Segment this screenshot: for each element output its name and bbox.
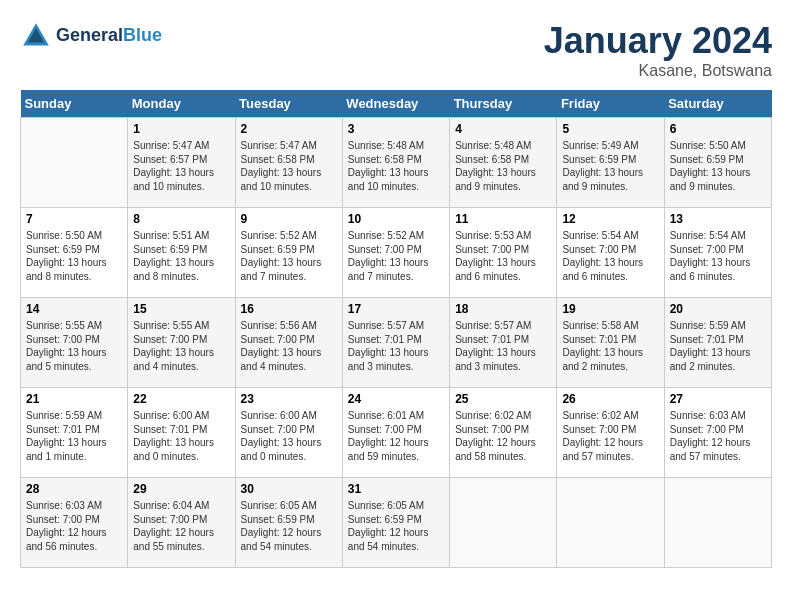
calendar-cell: 28Sunrise: 6:03 AM Sunset: 7:00 PM Dayli… — [21, 478, 128, 568]
day-info: Sunrise: 5:55 AM Sunset: 7:00 PM Dayligh… — [133, 319, 229, 373]
calendar-cell: 2Sunrise: 5:47 AM Sunset: 6:58 PM Daylig… — [235, 118, 342, 208]
calendar-cell: 19Sunrise: 5:58 AM Sunset: 7:01 PM Dayli… — [557, 298, 664, 388]
calendar-cell: 17Sunrise: 5:57 AM Sunset: 7:01 PM Dayli… — [342, 298, 449, 388]
calendar-table: SundayMondayTuesdayWednesdayThursdayFrid… — [20, 90, 772, 568]
weekday-header-saturday: Saturday — [664, 90, 771, 118]
day-number: 5 — [562, 122, 658, 136]
page-header: GeneralBlue January 2024 Kasane, Botswan… — [20, 20, 772, 80]
day-info: Sunrise: 5:51 AM Sunset: 6:59 PM Dayligh… — [133, 229, 229, 283]
day-info: Sunrise: 5:59 AM Sunset: 7:01 PM Dayligh… — [26, 409, 122, 463]
day-info: Sunrise: 5:49 AM Sunset: 6:59 PM Dayligh… — [562, 139, 658, 193]
calendar-body: 1Sunrise: 5:47 AM Sunset: 6:57 PM Daylig… — [21, 118, 772, 568]
day-info: Sunrise: 5:53 AM Sunset: 7:00 PM Dayligh… — [455, 229, 551, 283]
calendar-header: SundayMondayTuesdayWednesdayThursdayFrid… — [21, 90, 772, 118]
day-number: 16 — [241, 302, 337, 316]
calendar-cell: 27Sunrise: 6:03 AM Sunset: 7:00 PM Dayli… — [664, 388, 771, 478]
calendar-week-3: 14Sunrise: 5:55 AM Sunset: 7:00 PM Dayli… — [21, 298, 772, 388]
calendar-week-5: 28Sunrise: 6:03 AM Sunset: 7:00 PM Dayli… — [21, 478, 772, 568]
day-info: Sunrise: 5:47 AM Sunset: 6:57 PM Dayligh… — [133, 139, 229, 193]
weekday-header-wednesday: Wednesday — [342, 90, 449, 118]
day-info: Sunrise: 5:55 AM Sunset: 7:00 PM Dayligh… — [26, 319, 122, 373]
day-number: 6 — [670, 122, 766, 136]
day-number: 4 — [455, 122, 551, 136]
calendar-cell — [21, 118, 128, 208]
day-number: 26 — [562, 392, 658, 406]
calendar-cell: 5Sunrise: 5:49 AM Sunset: 6:59 PM Daylig… — [557, 118, 664, 208]
logo-icon — [20, 20, 52, 52]
day-number: 25 — [455, 392, 551, 406]
weekday-header-tuesday: Tuesday — [235, 90, 342, 118]
day-info: Sunrise: 5:57 AM Sunset: 7:01 PM Dayligh… — [348, 319, 444, 373]
day-info: Sunrise: 6:05 AM Sunset: 6:59 PM Dayligh… — [241, 499, 337, 553]
calendar-cell: 15Sunrise: 5:55 AM Sunset: 7:00 PM Dayli… — [128, 298, 235, 388]
calendar-cell: 25Sunrise: 6:02 AM Sunset: 7:00 PM Dayli… — [450, 388, 557, 478]
calendar-cell: 31Sunrise: 6:05 AM Sunset: 6:59 PM Dayli… — [342, 478, 449, 568]
day-number: 15 — [133, 302, 229, 316]
day-info: Sunrise: 5:52 AM Sunset: 6:59 PM Dayligh… — [241, 229, 337, 283]
day-number: 11 — [455, 212, 551, 226]
logo-text: GeneralBlue — [56, 26, 162, 46]
day-number: 22 — [133, 392, 229, 406]
day-number: 19 — [562, 302, 658, 316]
day-info: Sunrise: 6:04 AM Sunset: 7:00 PM Dayligh… — [133, 499, 229, 553]
day-info: Sunrise: 5:57 AM Sunset: 7:01 PM Dayligh… — [455, 319, 551, 373]
day-number: 20 — [670, 302, 766, 316]
weekday-header-thursday: Thursday — [450, 90, 557, 118]
calendar-cell: 14Sunrise: 5:55 AM Sunset: 7:00 PM Dayli… — [21, 298, 128, 388]
calendar-cell — [450, 478, 557, 568]
day-info: Sunrise: 5:48 AM Sunset: 6:58 PM Dayligh… — [455, 139, 551, 193]
day-number: 17 — [348, 302, 444, 316]
calendar-cell: 26Sunrise: 6:02 AM Sunset: 7:00 PM Dayli… — [557, 388, 664, 478]
day-info: Sunrise: 6:05 AM Sunset: 6:59 PM Dayligh… — [348, 499, 444, 553]
day-info: Sunrise: 5:48 AM Sunset: 6:58 PM Dayligh… — [348, 139, 444, 193]
calendar-cell: 20Sunrise: 5:59 AM Sunset: 7:01 PM Dayli… — [664, 298, 771, 388]
calendar-cell: 13Sunrise: 5:54 AM Sunset: 7:00 PM Dayli… — [664, 208, 771, 298]
calendar-week-4: 21Sunrise: 5:59 AM Sunset: 7:01 PM Dayli… — [21, 388, 772, 478]
day-info: Sunrise: 6:01 AM Sunset: 7:00 PM Dayligh… — [348, 409, 444, 463]
day-number: 27 — [670, 392, 766, 406]
day-info: Sunrise: 5:58 AM Sunset: 7:01 PM Dayligh… — [562, 319, 658, 373]
day-info: Sunrise: 5:52 AM Sunset: 7:00 PM Dayligh… — [348, 229, 444, 283]
day-info: Sunrise: 5:50 AM Sunset: 6:59 PM Dayligh… — [26, 229, 122, 283]
calendar-cell: 10Sunrise: 5:52 AM Sunset: 7:00 PM Dayli… — [342, 208, 449, 298]
day-info: Sunrise: 6:00 AM Sunset: 7:00 PM Dayligh… — [241, 409, 337, 463]
day-number: 28 — [26, 482, 122, 496]
day-number: 18 — [455, 302, 551, 316]
day-number: 30 — [241, 482, 337, 496]
day-number: 9 — [241, 212, 337, 226]
day-info: Sunrise: 6:02 AM Sunset: 7:00 PM Dayligh… — [562, 409, 658, 463]
calendar-cell: 11Sunrise: 5:53 AM Sunset: 7:00 PM Dayli… — [450, 208, 557, 298]
calendar-cell: 30Sunrise: 6:05 AM Sunset: 6:59 PM Dayli… — [235, 478, 342, 568]
day-info: Sunrise: 6:00 AM Sunset: 7:01 PM Dayligh… — [133, 409, 229, 463]
day-number: 14 — [26, 302, 122, 316]
day-number: 31 — [348, 482, 444, 496]
day-info: Sunrise: 5:54 AM Sunset: 7:00 PM Dayligh… — [670, 229, 766, 283]
calendar-week-2: 7Sunrise: 5:50 AM Sunset: 6:59 PM Daylig… — [21, 208, 772, 298]
location: Kasane, Botswana — [544, 62, 772, 80]
calendar-cell: 22Sunrise: 6:00 AM Sunset: 7:01 PM Dayli… — [128, 388, 235, 478]
weekday-header-friday: Friday — [557, 90, 664, 118]
day-info: Sunrise: 6:03 AM Sunset: 7:00 PM Dayligh… — [26, 499, 122, 553]
calendar-cell: 7Sunrise: 5:50 AM Sunset: 6:59 PM Daylig… — [21, 208, 128, 298]
calendar-cell: 21Sunrise: 5:59 AM Sunset: 7:01 PM Dayli… — [21, 388, 128, 478]
day-info: Sunrise: 6:03 AM Sunset: 7:00 PM Dayligh… — [670, 409, 766, 463]
calendar-cell: 6Sunrise: 5:50 AM Sunset: 6:59 PM Daylig… — [664, 118, 771, 208]
weekday-header-row: SundayMondayTuesdayWednesdayThursdayFrid… — [21, 90, 772, 118]
calendar-cell: 4Sunrise: 5:48 AM Sunset: 6:58 PM Daylig… — [450, 118, 557, 208]
calendar-cell: 1Sunrise: 5:47 AM Sunset: 6:57 PM Daylig… — [128, 118, 235, 208]
day-number: 23 — [241, 392, 337, 406]
day-number: 1 — [133, 122, 229, 136]
day-number: 10 — [348, 212, 444, 226]
calendar-cell — [557, 478, 664, 568]
day-info: Sunrise: 5:59 AM Sunset: 7:01 PM Dayligh… — [670, 319, 766, 373]
day-number: 7 — [26, 212, 122, 226]
day-info: Sunrise: 5:47 AM Sunset: 6:58 PM Dayligh… — [241, 139, 337, 193]
calendar-cell: 3Sunrise: 5:48 AM Sunset: 6:58 PM Daylig… — [342, 118, 449, 208]
day-number: 8 — [133, 212, 229, 226]
month-title: January 2024 — [544, 20, 772, 62]
calendar-cell: 16Sunrise: 5:56 AM Sunset: 7:00 PM Dayli… — [235, 298, 342, 388]
weekday-header-monday: Monday — [128, 90, 235, 118]
calendar-cell: 24Sunrise: 6:01 AM Sunset: 7:00 PM Dayli… — [342, 388, 449, 478]
calendar-cell: 8Sunrise: 5:51 AM Sunset: 6:59 PM Daylig… — [128, 208, 235, 298]
day-info: Sunrise: 5:54 AM Sunset: 7:00 PM Dayligh… — [562, 229, 658, 283]
